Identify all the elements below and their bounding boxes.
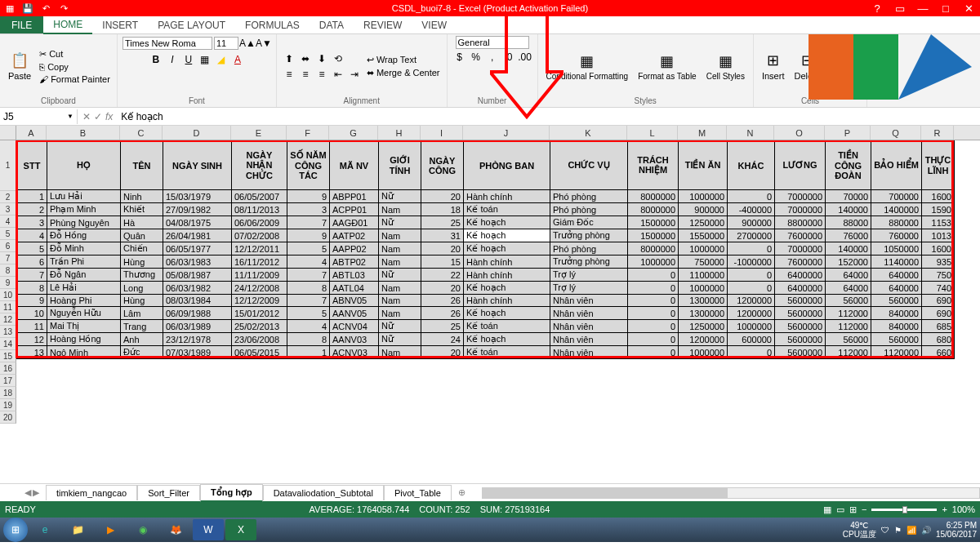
cell[interactable]: 1120000: [871, 346, 922, 359]
cell[interactable]: 4: [287, 256, 330, 269]
cell[interactable]: 0: [728, 346, 775, 359]
percent-icon[interactable]: %: [469, 50, 483, 64]
cell[interactable]: 660: [922, 346, 955, 359]
cell[interactable]: 1000000: [679, 242, 728, 256]
maximize-icon[interactable]: □: [938, 2, 954, 15]
cell[interactable]: 640000: [871, 269, 922, 282]
file-tab[interactable]: FILE: [0, 16, 43, 33]
col-header-M[interactable]: M: [678, 126, 727, 140]
cell[interactable]: AAGĐ01: [330, 216, 379, 229]
redo-icon[interactable]: ↷: [57, 2, 70, 15]
review-tab[interactable]: REVIEW: [354, 17, 412, 33]
cell[interactable]: 152000: [826, 256, 871, 269]
normal-view-icon[interactable]: ▦: [823, 504, 831, 515]
col-header-Q[interactable]: Q: [871, 126, 921, 140]
cell[interactable]: 07/02/2008: [232, 229, 287, 242]
cell[interactable]: Nam: [379, 203, 421, 216]
insert-cells-button[interactable]: ⊞Insert: [759, 50, 788, 82]
home-tab[interactable]: HOME: [43, 16, 92, 34]
cell[interactable]: Giám Đốc: [550, 216, 628, 229]
cell[interactable]: Nam: [379, 256, 421, 269]
sheet-tab-4[interactable]: Datavaliodation_Subtotal: [263, 485, 384, 500]
cell[interactable]: Đỗ Ngân: [47, 269, 121, 282]
cell[interactable]: ACNV04: [330, 320, 379, 333]
cell[interactable]: Long: [121, 282, 163, 295]
cell[interactable]: ABTL03: [330, 269, 379, 282]
cell[interactable]: 5: [287, 307, 330, 320]
cell[interactable]: AANV05: [330, 307, 379, 320]
cell[interactable]: Kế hoạch: [464, 242, 550, 256]
sheet-tab-3[interactable]: Tổng hợp: [200, 484, 263, 502]
paste-button[interactable]: 📋Paste: [5, 50, 34, 82]
currency-icon[interactable]: $: [452, 50, 467, 64]
new-sheet-button[interactable]: ⊕: [458, 487, 466, 498]
cell[interactable]: Nữ: [379, 320, 421, 333]
cell[interactable]: Phó phòng: [550, 242, 628, 256]
cell[interactable]: 560000: [871, 295, 922, 307]
select-all-corner[interactable]: [0, 126, 16, 140]
view-tab[interactable]: VIEW: [412, 17, 457, 33]
cell[interactable]: Kế hoạch: [464, 282, 550, 295]
cell[interactable]: 900000: [679, 203, 728, 216]
cell[interactable]: 22: [421, 269, 464, 282]
border-button[interactable]: ▦: [198, 52, 212, 67]
cell[interactable]: Hoàng Phi: [47, 295, 121, 307]
cell[interactable]: Trợ lý: [550, 269, 628, 282]
cell[interactable]: Kế toán: [464, 320, 550, 333]
insert-tab[interactable]: INSERT: [92, 17, 148, 33]
cell[interactable]: 56000: [826, 295, 871, 307]
cell[interactable]: 06/05/2015: [232, 346, 287, 359]
cell[interactable]: 06/05/2007: [232, 190, 287, 203]
cell[interactable]: 880000: [871, 216, 922, 229]
col-header-A[interactable]: A: [16, 126, 47, 140]
tray-shield-icon[interactable]: 🛡: [881, 526, 889, 535]
accept-fx-icon[interactable]: ✓: [94, 111, 102, 122]
cell[interactable]: 64000: [826, 282, 871, 295]
cell[interactable]: 840000: [871, 320, 922, 333]
orientation-icon[interactable]: ⟲: [331, 51, 345, 66]
col-header-I[interactable]: I: [421, 126, 463, 140]
align-left-icon[interactable]: ≡: [282, 67, 296, 82]
cell[interactable]: 25: [421, 320, 464, 333]
align-top-icon[interactable]: ⬆: [282, 51, 296, 66]
cell[interactable]: Lê Hải: [47, 282, 121, 295]
row-header[interactable]: 4: [0, 216, 16, 228]
shrink-font-icon[interactable]: A▼: [256, 36, 271, 51]
cell[interactable]: Nam: [379, 229, 421, 242]
media-icon[interactable]: ▶: [95, 519, 126, 540]
antivirus-icon[interactable]: ◉: [127, 519, 158, 540]
col-header-H[interactable]: H: [378, 126, 421, 140]
row-header[interactable]: 3: [0, 203, 16, 216]
cell[interactable]: Kế hoạch: [464, 229, 550, 242]
grow-font-icon[interactable]: A▲: [240, 36, 255, 51]
cell[interactable]: 1200000: [679, 333, 728, 346]
cut-button[interactable]: ✂Cut: [38, 48, 112, 60]
cell[interactable]: 20: [421, 242, 464, 256]
cell[interactable]: 0: [628, 346, 679, 359]
row-header[interactable]: 5: [0, 228, 16, 240]
cell[interactable]: Kế toán: [464, 346, 550, 359]
tray-clock[interactable]: 6:25 PM 15/06/2017: [936, 521, 977, 539]
cell[interactable]: 1050000: [871, 242, 922, 256]
cell[interactable]: 9: [17, 295, 47, 307]
cell[interactable]: 1000000: [679, 282, 728, 295]
col-header-C[interactable]: C: [120, 126, 163, 140]
format-painter-button[interactable]: 🖌Format Painter: [38, 73, 112, 85]
cell[interactable]: 1000000: [728, 320, 775, 333]
cell[interactable]: 8000000: [628, 190, 679, 203]
cell[interactable]: 1400000: [871, 203, 922, 216]
cell[interactable]: Đỗ Hồng: [47, 229, 121, 242]
cell[interactable]: 0: [728, 190, 775, 203]
cell[interactable]: Phùng Nguyên: [47, 216, 121, 229]
cell[interactable]: 26/04/1981: [163, 229, 232, 242]
cell[interactable]: 24/12/2008: [232, 282, 287, 295]
zoom-out-icon[interactable]: −: [862, 504, 866, 514]
row-header[interactable]: 13: [0, 326, 16, 338]
cell[interactable]: 1300000: [679, 307, 728, 320]
cell[interactable]: 9: [287, 190, 330, 203]
cell[interactable]: AANV03: [330, 333, 379, 346]
cell[interactable]: 76000: [826, 229, 871, 242]
cell[interactable]: 0: [628, 282, 679, 295]
align-middle-icon[interactable]: ⬌: [298, 51, 313, 66]
cell[interactable]: 1300000: [679, 295, 728, 307]
